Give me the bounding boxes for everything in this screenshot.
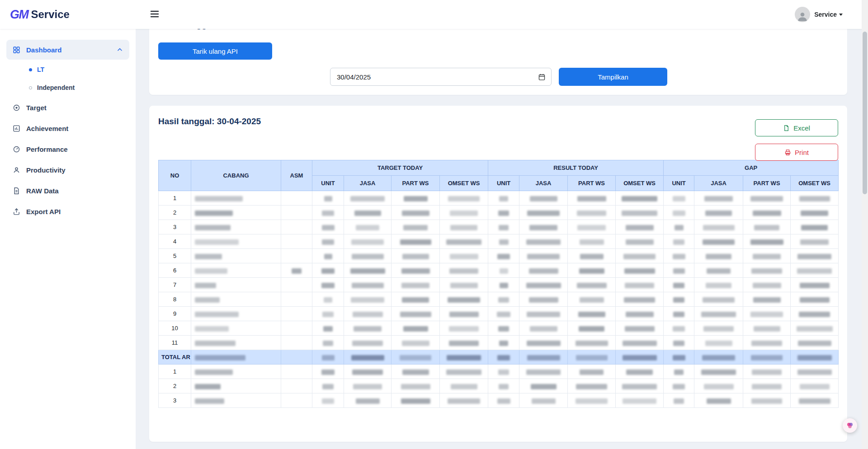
refresh-api-button[interactable]: Tarik ulang API (158, 42, 272, 60)
row-value-cell (664, 365, 694, 379)
row-value-cell (568, 278, 616, 292)
redacted-value (750, 196, 783, 201)
row-value-cell (664, 307, 694, 321)
row-value-cell (791, 292, 839, 307)
row-value-cell (743, 379, 791, 393)
sub-header-unit: UNIT (488, 176, 519, 191)
row-value-cell (519, 249, 568, 263)
sidebar-item-label: Productivity (26, 166, 66, 174)
row-no-cell: TOTAL AR (159, 350, 191, 365)
export-excel-button[interactable]: Excel (755, 119, 838, 136)
user-menu[interactable]: Service (795, 7, 843, 22)
row-cabang-cell (191, 263, 281, 278)
redacted-value (401, 384, 430, 389)
table-row: 8 (159, 292, 839, 307)
user-menu-label: Service (814, 11, 837, 18)
redacted-value (527, 341, 561, 346)
row-value-cell (616, 263, 664, 278)
row-value-cell (791, 220, 839, 234)
redacted-value (673, 297, 684, 303)
row-value-cell (392, 263, 440, 278)
redacted-value (450, 210, 478, 216)
row-value-cell (519, 206, 568, 220)
row-value-cell (664, 220, 694, 234)
sidebar-item-dashboard[interactable]: Dashboard (6, 40, 129, 60)
redacted-value (499, 341, 508, 346)
redacted-value (624, 268, 655, 274)
row-value-cell (616, 234, 664, 249)
sidebar-item-target[interactable]: Target (6, 98, 129, 117)
row-no-cell: 7 (159, 278, 191, 292)
sidebar-item-performance[interactable]: Performance (6, 139, 129, 159)
row-asm-cell (281, 350, 312, 365)
redacted-value (195, 326, 229, 332)
redacted-value (400, 355, 431, 360)
row-value-cell (344, 278, 392, 292)
row-no-cell: 6 (159, 263, 191, 278)
redacted-value (529, 297, 558, 303)
redacted-value (352, 254, 384, 259)
row-value-cell (694, 321, 743, 336)
sidebar-subitem-lt[interactable]: LT (0, 61, 136, 79)
app-logo[interactable]: GM Service (0, 8, 136, 22)
redacted-value (321, 369, 335, 375)
redacted-value (673, 341, 684, 346)
redacted-value (498, 297, 509, 303)
redacted-value (622, 210, 657, 216)
redacted-value (751, 341, 782, 346)
row-value-cell (568, 191, 616, 206)
table-row: 2 (159, 206, 839, 220)
row-value-cell (519, 307, 568, 321)
redacted-value (446, 239, 481, 245)
scrollbar-thumb[interactable] (863, 32, 867, 194)
row-asm-cell (281, 379, 312, 393)
redacted-value (404, 196, 428, 201)
redacted-value (673, 283, 684, 288)
sidebar-item-raw-data[interactable]: RAW Data (6, 181, 129, 201)
row-value-cell (694, 393, 743, 408)
sidebar-subitem-independent[interactable]: Independent (0, 79, 136, 97)
redacted-value (448, 297, 480, 303)
printer-icon (784, 149, 791, 156)
redacted-value (402, 297, 429, 303)
row-value-cell (743, 292, 791, 307)
sub-header-part-ws: PART WS (743, 176, 791, 191)
row-cabang-cell (191, 220, 281, 234)
redacted-value (195, 369, 233, 375)
table-row: 9 (159, 307, 839, 321)
sub-header-unit: UNIT (312, 176, 344, 191)
redacted-value (401, 268, 430, 274)
row-value-cell (519, 234, 568, 249)
row-value-cell (694, 191, 743, 206)
redacted-value (322, 225, 335, 230)
redacted-value (324, 297, 332, 303)
redacted-value (580, 297, 604, 303)
row-value-cell (519, 350, 568, 365)
row-value-cell (568, 206, 616, 220)
show-button[interactable]: Tampilkan (559, 68, 667, 86)
redacted-value (752, 369, 782, 375)
row-value-cell (312, 393, 344, 408)
redacted-value (322, 355, 335, 360)
row-value-cell (568, 263, 616, 278)
redacted-value (623, 341, 657, 346)
redacted-value (526, 283, 561, 288)
redacted-value (529, 268, 558, 274)
sidebar-item-productivity[interactable]: Productivity (6, 160, 129, 180)
sidebar-toggle-button[interactable] (147, 7, 162, 23)
floating-widget-button[interactable] (843, 418, 857, 433)
row-value-cell (392, 278, 440, 292)
row-value-cell (616, 365, 664, 379)
calendar-icon[interactable] (538, 73, 546, 81)
print-button[interactable]: Print (755, 144, 838, 161)
redacted-value (353, 384, 382, 389)
row-asm-cell (281, 220, 312, 234)
table-row: 1 (159, 365, 839, 379)
row-value-cell (616, 393, 664, 408)
sidebar-item-export-api[interactable]: Export API (6, 201, 129, 221)
date-input[interactable] (330, 68, 551, 85)
redacted-value (623, 355, 657, 360)
sidebar-item-achievement[interactable]: Achievement (6, 118, 129, 138)
sub-header-jasa: JASA (519, 176, 568, 191)
redacted-value (701, 369, 736, 375)
